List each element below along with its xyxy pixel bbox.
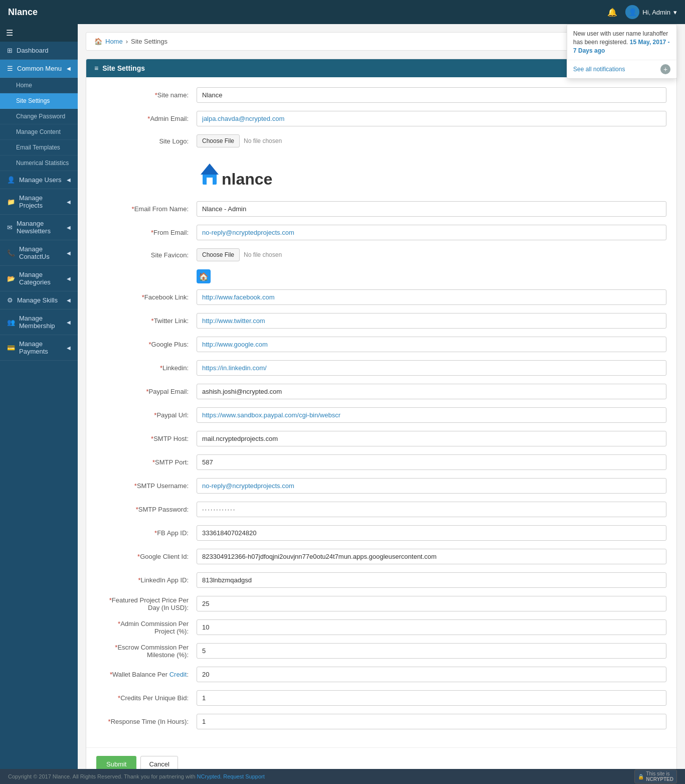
sidebar-item-manage-projects[interactable]: 📁 Manage Projects ◀ xyxy=(0,189,78,215)
label-facebook: *Facebook Link: xyxy=(96,293,197,301)
sidebar-item-manage-skills[interactable]: ⚙ Manage Skills ◀ xyxy=(0,291,78,309)
notification-item: New user with user name lurahoffer has b… xyxy=(567,25,676,60)
form-row-linkedin-app-id: *LinkedIn App ID: xyxy=(96,572,666,588)
input-smtp-host[interactable] xyxy=(197,431,666,446)
form-row-site-favicon: Site Favicon: Choose File No file chosen xyxy=(96,248,666,261)
sidebar-item-manage-users[interactable]: 👤 Manage Users ◀ xyxy=(0,171,78,189)
input-smtp-password[interactable] xyxy=(197,502,666,517)
sidebar-label-manage-skills: Manage Skills xyxy=(17,296,58,304)
sidebar-label-email-templates: Email Templates xyxy=(16,144,60,151)
input-smtp-username[interactable] xyxy=(197,478,666,494)
common-menu-icon: ☰ xyxy=(7,65,13,72)
input-response-time[interactable] xyxy=(197,714,666,729)
notification-footer: See all notifications + xyxy=(567,60,676,78)
input-wallet-balance[interactable] xyxy=(197,667,666,682)
svg-rect-2 xyxy=(207,178,213,185)
sidebar-item-manage-payments[interactable]: 💳 Manage Payments ◀ xyxy=(0,335,78,361)
user-label: Hi, Admin xyxy=(642,9,670,16)
input-featured-price[interactable] xyxy=(197,596,666,611)
membership-icon: 👥 xyxy=(7,319,15,326)
input-admin-email[interactable] xyxy=(197,111,666,126)
input-linkedin-app-id[interactable] xyxy=(197,572,666,588)
label-credits-per-bid: *Credits Per Unique Bid: xyxy=(96,694,197,702)
file-input-favicon: Choose File No file chosen xyxy=(197,248,666,261)
label-linkedin: *Linkedin: xyxy=(96,364,197,372)
input-email-from-name[interactable] xyxy=(197,201,666,217)
input-google-client-id[interactable] xyxy=(197,549,666,564)
input-paypal-email[interactable] xyxy=(197,384,666,399)
form-row-site-name: *Site name: xyxy=(96,87,666,103)
footer-partner-link[interactable]: NCrypted. xyxy=(197,773,222,779)
sidebar-label-manage-newsletters: Manange Newsletters xyxy=(17,220,67,235)
sidebar-toggle[interactable]: ☰ xyxy=(0,24,78,42)
categories-icon: 📂 xyxy=(7,275,15,282)
page-card-body: *Site name: *Admin Email: Site Logo: Cho… xyxy=(86,77,676,747)
input-facebook-link[interactable] xyxy=(197,289,666,305)
footer-request-support-link[interactable]: Request Support xyxy=(223,773,265,779)
sidebar-item-email-templates[interactable]: Email Templates xyxy=(0,140,78,155)
form-row-google-plus: *Google Plus: xyxy=(96,337,666,352)
newsletters-icon: ✉ xyxy=(7,224,13,231)
add-notification-button[interactable]: + xyxy=(660,64,670,74)
form-row-admin-email: *Admin Email: xyxy=(96,111,666,126)
breadcrumb-separator: › xyxy=(126,38,128,45)
ncrypted-badge: 🔒 This site isNCRYPTED xyxy=(634,769,677,783)
sidebar-label-manage-users: Manage Users xyxy=(19,176,62,184)
label-twitter: *Twitter Link: xyxy=(96,317,197,325)
label-site-logo: Site Logo: xyxy=(96,137,197,145)
input-admin-commission[interactable] xyxy=(197,619,666,635)
form-row-smtp-host: *SMTP Host: xyxy=(96,431,666,446)
input-site-name[interactable] xyxy=(197,87,666,103)
sidebar-item-numerical-statistics[interactable]: Numerical Statistics xyxy=(0,155,78,171)
sidebar-item-home[interactable]: Home xyxy=(0,78,78,93)
label-linkedin-app-id: *LinkedIn App ID: xyxy=(96,576,197,584)
user-info[interactable]: 👤 Hi, Admin ▾ xyxy=(625,5,677,19)
sidebar-item-common-menu[interactable]: ☰ Common Menu ◀ xyxy=(0,60,78,78)
input-smtp-port[interactable] xyxy=(197,454,666,470)
form-row-twitter: *Twitter Link: xyxy=(96,313,666,329)
sidebar-item-site-settings[interactable]: Site Settings xyxy=(0,93,78,109)
sidebar-item-manage-content[interactable]: Manage Content xyxy=(0,124,78,140)
input-paypal-url[interactable] xyxy=(197,407,666,423)
bell-icon[interactable]: 🔔 xyxy=(607,8,617,17)
choose-file-favicon-button[interactable]: Choose File xyxy=(197,248,240,261)
input-fb-app-id[interactable] xyxy=(197,525,666,541)
footer: Copyright © 2017 Nlance. All Rights Rese… xyxy=(0,769,685,784)
sidebar-label-manage-contactus: Manage ConatctUs xyxy=(19,245,67,260)
input-from-email[interactable] xyxy=(197,225,666,240)
user-avatar-icon: 👤 xyxy=(625,5,639,19)
file-input-logo: Choose File No file chosen xyxy=(197,134,666,147)
sidebar-item-change-password[interactable]: Change Password xyxy=(0,109,78,124)
sidebar-label-numerical-statistics: Numerical Statistics xyxy=(16,160,69,167)
breadcrumb-home-icon: 🏠 xyxy=(94,38,102,45)
chevron-left-users-icon: ◀ xyxy=(67,177,71,183)
sidebar-item-manage-membership[interactable]: 👥 Manage Membership ◀ xyxy=(0,309,78,335)
input-linkedin[interactable] xyxy=(197,360,666,376)
settings-icon: ≡ xyxy=(94,64,98,72)
sidebar-item-dashboard[interactable]: ⊞ Dashboard xyxy=(0,42,78,60)
form-row-facebook: *Facebook Link: xyxy=(96,289,666,305)
input-twitter-link[interactable] xyxy=(197,313,666,329)
navbar-right: 🔔 👤 Hi, Admin ▾ xyxy=(607,5,677,19)
sidebar-item-manage-contactus[interactable]: 📞 Manage ConatctUs ◀ xyxy=(0,240,78,266)
label-wallet-balance: *Wallet Balance Per Credit: xyxy=(96,671,197,678)
main-content: 🏠 Home › Site Settings ≡ Site Settings *… xyxy=(78,24,685,784)
choose-file-logo-button[interactable]: Choose File xyxy=(197,134,240,147)
sidebar-item-manage-newsletters[interactable]: ✉ Manange Newsletters ◀ xyxy=(0,215,78,240)
sidebar-item-manage-categories[interactable]: 📂 Manage Categories ◀ xyxy=(0,266,78,291)
form-row-wallet-balance: *Wallet Balance Per Credit: xyxy=(96,667,666,682)
sidebar-label-home: Home xyxy=(16,82,32,89)
form-row-from-email: *From Email: xyxy=(96,225,666,240)
input-google-plus[interactable] xyxy=(197,337,666,352)
form-row-email-from-name: *Email From Name: xyxy=(96,201,666,217)
logo-display: nlance xyxy=(197,155,666,195)
sidebar-label-manage-categories: Manage Categories xyxy=(19,271,67,286)
see-all-notifications-link[interactable]: See all notifications xyxy=(573,66,625,73)
input-credits-per-bid[interactable] xyxy=(197,690,666,706)
logo-svg: nlance xyxy=(197,155,285,195)
input-escrow-commission[interactable] xyxy=(197,643,666,659)
page-title: Site Settings xyxy=(102,64,145,72)
navbar: Nlance 🔔 👤 Hi, Admin ▾ xyxy=(0,0,685,24)
breadcrumb-home-link[interactable]: Home xyxy=(105,38,123,45)
users-icon: 👤 xyxy=(7,176,15,184)
